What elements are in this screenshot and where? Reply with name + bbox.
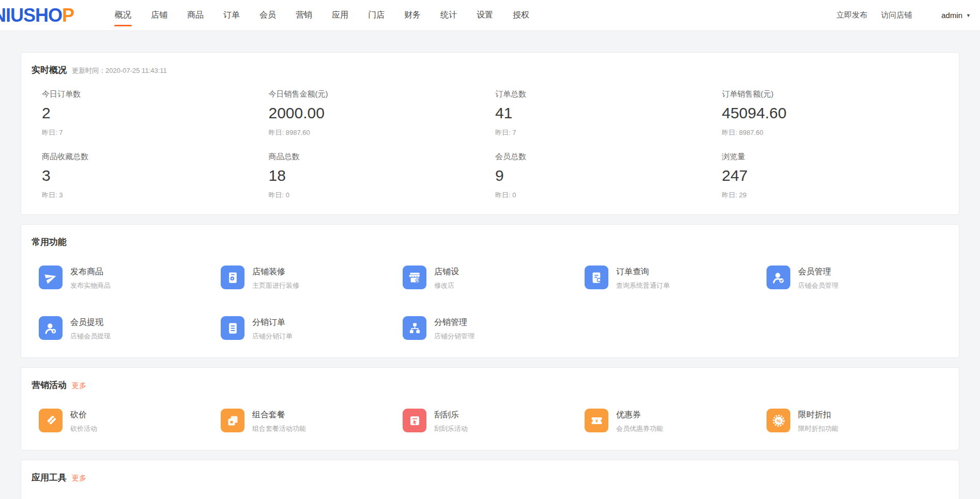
username: admin [941, 11, 962, 20]
feature-subtitle: 组合套餐活动功能 [252, 424, 306, 433]
stat-yesterday: 昨日: 3 [42, 191, 269, 200]
nav-item[interactable]: 概况 [105, 0, 141, 31]
coupon-icon: ¥ [585, 409, 608, 432]
niushop-logo[interactable]: NIUSHOP [0, 5, 74, 26]
member-withdraw-icon: ¥ [39, 316, 63, 340]
feature-title: 刮刮乐 [434, 410, 468, 420]
realtime-overview-panel: 实时概况 更新时间：2020-07-25 11:43:11 今日订单数 2 昨日… [21, 52, 959, 215]
feature-title: 订单查询 [616, 267, 670, 277]
feature-subtitle: 查询系统普通订单 [616, 281, 670, 290]
update-time: 更新时间：2020-07-25 11:43:11 [72, 66, 167, 75]
feature-subtitle: 发布实物商品 [70, 281, 111, 290]
stat-card: 浏览量 247 昨日: 29 [722, 146, 949, 200]
tools-head: 应用工具 更多 [32, 472, 948, 484]
stat-yesterday: 昨日: 0 [269, 191, 496, 200]
nav-item[interactable]: 营销 [286, 0, 322, 31]
stat-label: 今日订单数 [42, 89, 269, 99]
feature-item[interactable]: 砍价 砍价活动 [39, 409, 221, 433]
visit-shop-link[interactable]: 访问店铺 [874, 10, 918, 20]
overview-title: 实时概况 [32, 64, 67, 76]
feature-subtitle: 会员优惠券功能 [616, 424, 663, 433]
stat-label: 商品总数 [269, 152, 496, 162]
stat-yesterday: 昨日: 7 [42, 128, 269, 137]
feature-item[interactable]: 店铺装修 主页面进行装修 [221, 266, 403, 290]
feature-subtitle: 限时折扣功能 [798, 424, 838, 433]
bundle-icon [221, 409, 244, 432]
doc-lines-icon [221, 316, 244, 340]
marketing-title: 营销活动 [32, 379, 67, 391]
storefront-icon [403, 266, 426, 289]
stat-label: 今日销售金额(元) [269, 89, 496, 99]
feature-item[interactable]: 刮刮乐 刮刮乐活动 [403, 409, 585, 433]
marketing-activities-panel: 营销活动 更多 砍价 砍价活动 组合套餐 组合套餐活动功能 [21, 367, 959, 450]
sitemap-icon [403, 316, 426, 340]
stat-card: 会员总数 9 昨日: 0 [495, 146, 722, 200]
nav-item[interactable]: 门店 [358, 0, 394, 31]
order-search-icon [585, 266, 608, 289]
common-functions-grid: 发布商品 发布实物商品 店铺装修 主页面进行装修 店铺设 修改店 [39, 266, 948, 341]
nav-item[interactable]: 应用 [322, 0, 358, 31]
feature-item[interactable]: ¥ 会员提现 店铺会员提现 [39, 316, 221, 341]
stat-yesterday: 昨日: 29 [722, 191, 949, 200]
page-decorate-icon [221, 266, 244, 289]
feature-item[interactable]: 会员管理 店铺会员管理 [767, 266, 948, 290]
nav-item[interactable]: 订单 [213, 0, 250, 31]
stat-label: 浏览量 [722, 152, 949, 162]
publish-now-link[interactable]: 立即发布 [830, 10, 874, 20]
admin-user-menu[interactable]: admin ▼ [941, 11, 971, 20]
stat-value: 18 [269, 167, 496, 184]
app-tools-panel: 应用工具 更多 电子面单 物流电子面单打印 分销 分销活动 [21, 460, 959, 499]
common-functions-head: 常用功能 [32, 236, 948, 248]
caret-down-icon: ▼ [966, 13, 971, 18]
svg-text:¥: ¥ [52, 329, 54, 333]
common-functions-title: 常用功能 [32, 236, 67, 248]
nav-item[interactable]: 会员 [250, 0, 286, 31]
nav-item[interactable]: 设置 [467, 0, 503, 31]
price-tag-icon [39, 409, 63, 432]
feature-title: 分销订单 [252, 317, 293, 328]
feature-title: 会员管理 [798, 267, 838, 277]
feature-item[interactable]: % 限时折扣 限时折扣功能 [767, 409, 948, 433]
stat-card: 商品收藏总数 3 昨日: 3 [42, 146, 269, 200]
nav-item[interactable]: 店铺 [141, 0, 177, 31]
page-content: 实时概况 更新时间：2020-07-25 11:43:11 今日订单数 2 昨日… [0, 31, 980, 499]
feature-item[interactable]: ¥ 优惠券 会员优惠券功能 [585, 409, 767, 433]
stat-card: 商品总数 18 昨日: 0 [269, 146, 496, 200]
discount-badge-icon: % [767, 409, 790, 432]
feature-item[interactable]: 发布商品 发布实物商品 [39, 266, 221, 290]
nav-item[interactable]: 统计 [431, 0, 467, 31]
stat-value: 45094.60 [722, 104, 949, 122]
nav-item[interactable]: 授权 [503, 0, 539, 31]
svg-text:¥: ¥ [595, 418, 598, 423]
feature-item[interactable]: 组合套餐 组合套餐活动功能 [221, 409, 403, 433]
stat-label: 订单销售额(元) [722, 89, 949, 99]
feature-subtitle: 店铺会员提现 [70, 332, 111, 341]
feature-subtitle: 刮刮乐活动 [434, 424, 468, 433]
common-functions-panel: 常用功能 发布商品 发布实物商品 店铺装修 主页面进行装修 [21, 224, 959, 358]
feature-subtitle: 主页面进行装修 [252, 281, 299, 290]
tools-title: 应用工具 [32, 472, 67, 484]
feature-item[interactable]: 店铺设 修改店 [403, 266, 585, 290]
stat-yesterday: 昨日: 0 [495, 191, 722, 200]
stat-label: 订单总数 [495, 89, 722, 99]
feature-title: 会员提现 [70, 317, 111, 328]
nav-item[interactable]: 财务 [394, 0, 431, 31]
stat-value: 9 [495, 167, 722, 184]
marketing-more-link[interactable]: 更多 [72, 381, 86, 391]
nav-item[interactable]: 商品 [177, 0, 213, 31]
feature-title: 发布商品 [70, 267, 111, 277]
feature-item[interactable]: 订单查询 查询系统普通订单 [585, 266, 767, 290]
feature-title: 店铺设 [434, 267, 459, 277]
stat-yesterday: 昨日: 8987.60 [722, 128, 949, 137]
feature-subtitle: 店铺分销管理 [434, 332, 474, 341]
stat-card: 今日订单数 2 昨日: 7 [42, 83, 269, 137]
feature-title: 组合套餐 [252, 410, 306, 420]
stat-label: 商品收藏总数 [42, 152, 269, 162]
feature-item[interactable]: 分销订单 店铺分销订单 [221, 316, 403, 341]
feature-item[interactable]: 分销管理 店铺分销管理 [403, 316, 585, 341]
stat-value: 3 [42, 167, 269, 184]
tools-more-link[interactable]: 更多 [72, 474, 86, 483]
stat-value: 2000.00 [269, 104, 496, 122]
logo-text-orange: P [62, 5, 74, 26]
stat-yesterday: 昨日: 8987.60 [269, 128, 496, 137]
